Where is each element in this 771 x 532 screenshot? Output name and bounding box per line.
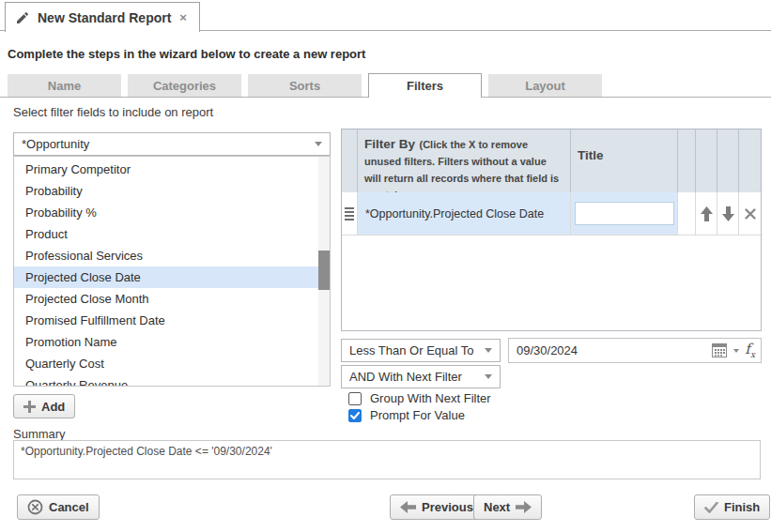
filter-field-name: *Opportunity.Projected Close Date [358, 192, 571, 236]
checkmark-icon [350, 412, 360, 419]
down-arrow-icon [722, 206, 734, 221]
report-document-tab[interactable]: New Standard Report × [5, 2, 200, 32]
next-button-label: Next [484, 500, 510, 514]
move-down-button[interactable] [717, 192, 739, 236]
report-wizard-window: New Standard Report × Complete the steps… [0, 0, 771, 532]
calendar-dropdown-icon[interactable] [733, 349, 739, 353]
group-checkbox-label: Group With Next Filter [370, 391, 491, 405]
tab-layout[interactable]: Layout [488, 74, 602, 97]
value-input[interactable] [517, 343, 712, 357]
prompt-checkbox[interactable] [348, 409, 362, 422]
summary-text: *Opportunity.Projected Close Date <= '09… [21, 445, 272, 458]
scrollbar-thumb[interactable] [318, 251, 330, 290]
table-select[interactable]: *Opportunity [13, 132, 331, 156]
field-list: Primary Competitor Probability Probabili… [13, 156, 331, 387]
add-button[interactable]: Add [13, 394, 75, 418]
group-checkbox-row[interactable]: Group With Next Filter [348, 391, 491, 405]
group-checkbox[interactable] [348, 392, 362, 405]
calendar-icon[interactable] [712, 343, 727, 357]
right-arrow-icon [516, 501, 532, 513]
tab-name[interactable]: Name [8, 74, 121, 97]
chevron-down-icon [485, 374, 492, 379]
wizard-instruction: Complete the steps in the wizard below t… [8, 47, 365, 61]
prompt-checkbox-label: Prompt For Value [370, 408, 465, 422]
chevron-down-icon [315, 142, 322, 146]
left-arrow-icon [400, 501, 416, 513]
connector-select-value: AND With Next Filter [349, 370, 462, 384]
close-icon[interactable]: × [178, 10, 188, 24]
list-item[interactable]: Promotion Name [14, 331, 318, 353]
operator-select[interactable]: Less Than Or Equal To [341, 339, 501, 362]
list-item[interactable]: Product [14, 223, 318, 245]
checkmark-icon [704, 502, 718, 513]
field-list-items: Primary Competitor Probability Probabili… [14, 159, 318, 387]
tab-filters[interactable]: Filters [368, 73, 482, 98]
filter-value-field: fx [508, 338, 762, 363]
previous-button-label: Previous [422, 500, 473, 514]
drag-handle[interactable] [342, 192, 358, 236]
remove-icon [745, 208, 756, 220]
previous-button[interactable]: Previous [390, 494, 484, 520]
cancel-button-label: Cancel [49, 500, 89, 514]
filter-by-header-title: Filter By [364, 137, 415, 151]
list-item[interactable]: Professional Services [14, 245, 318, 266]
list-item[interactable]: Quarterly Revenue [14, 374, 318, 387]
operator-select-value: Less Than Or Equal To [349, 343, 474, 357]
list-item[interactable]: Projected Close Month [14, 288, 318, 310]
pencil-icon [15, 10, 30, 25]
summary-label: Summary [13, 427, 66, 441]
list-item[interactable]: Probability % [14, 202, 318, 223]
tab-sorts[interactable]: Sorts [248, 74, 362, 97]
plus-icon [23, 401, 36, 413]
title-input[interactable] [575, 202, 674, 225]
chevron-down-icon [485, 348, 492, 353]
table-select-value: *Opportunity [22, 137, 89, 151]
finish-button[interactable]: Finish [694, 494, 770, 520]
title-cell [571, 192, 678, 236]
drag-handle-icon [345, 206, 354, 221]
document-tabbar: New Standard Report × [0, 0, 771, 31]
list-item[interactable]: Probability [14, 180, 318, 202]
cancel-circle-icon [27, 499, 43, 515]
next-button[interactable]: Next [473, 494, 542, 520]
formula-icon[interactable]: fx [745, 342, 755, 359]
filter-row: *Opportunity.Projected Close Date [342, 192, 761, 236]
prompt-checkbox-row[interactable]: Prompt For Value [348, 408, 465, 422]
filter-table: Filter By (Click the X to remove unused … [341, 129, 762, 331]
tab-categories[interactable]: Categories [128, 74, 241, 97]
list-item[interactable]: Primary Competitor [14, 159, 318, 180]
finish-button-label: Finish [724, 500, 760, 514]
move-up-button[interactable] [696, 192, 717, 236]
document-tab-title: New Standard Report [38, 10, 171, 25]
summary-box: *Opportunity.Projected Close Date <= '09… [13, 440, 761, 479]
list-item[interactable]: Quarterly Cost [14, 353, 318, 374]
list-item[interactable]: Promised Fulfillment Date [14, 310, 318, 331]
connector-select[interactable]: AND With Next Filter [341, 365, 501, 388]
list-item-selected[interactable]: Projected Close Date [14, 266, 318, 288]
add-button-label: Add [41, 400, 65, 414]
filter-fields-label: Select filter fields to include on repor… [13, 105, 213, 119]
cancel-button[interactable]: Cancel [17, 494, 100, 520]
list-scrollbar[interactable] [318, 157, 330, 386]
filter-table-header: Filter By (Click the X to remove unused … [342, 129, 761, 192]
remove-filter-button[interactable] [739, 192, 761, 236]
up-arrow-icon [701, 206, 713, 221]
spacer-cell [678, 192, 696, 236]
